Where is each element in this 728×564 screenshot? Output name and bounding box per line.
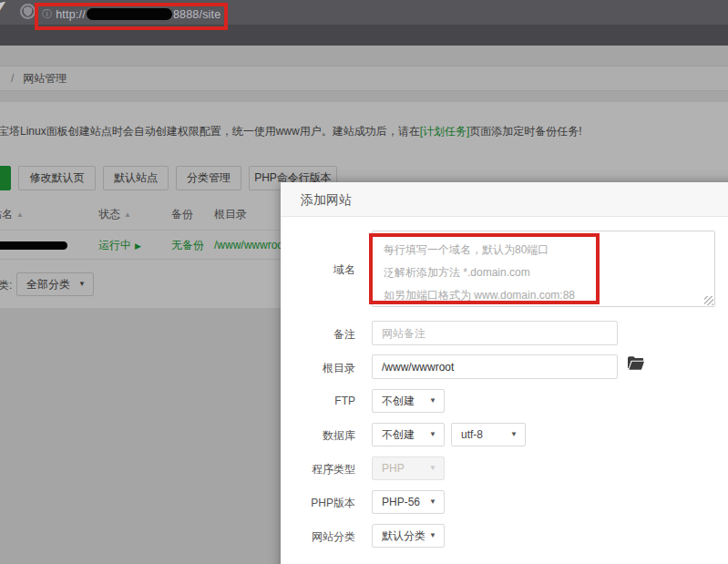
root-path-input[interactable] xyxy=(372,354,618,379)
note-label: 备注 xyxy=(281,327,355,343)
chevron-down-icon: ▼ xyxy=(429,525,436,547)
domain-label: 域名 xyxy=(281,262,355,278)
site-category-select[interactable]: 默认分类 ▼ xyxy=(372,524,445,548)
chevron-down-icon: ▼ xyxy=(429,457,436,479)
program-type-select: PHP ▼ xyxy=(372,456,445,480)
address-bar[interactable]: ⓘ http:// 8888/site xyxy=(42,7,220,21)
database-label: 数据库 xyxy=(281,428,355,444)
folder-icon xyxy=(628,356,644,370)
ftp-value: 不创建 xyxy=(382,395,415,407)
ftp-select[interactable]: 不创建 ▼ xyxy=(372,389,445,413)
modal-title: 添加网站 xyxy=(281,182,728,217)
charset-value: utf-8 xyxy=(461,428,483,441)
domain-textarea[interactable] xyxy=(372,231,715,307)
chevron-down-icon: ▼ xyxy=(429,491,436,513)
url-suffix: 8888/site xyxy=(173,8,221,21)
site-category-label: 网站分类 xyxy=(281,529,355,545)
url-prefix: http:// xyxy=(56,8,86,21)
php-version-value: PHP-56 xyxy=(382,496,420,508)
chevron-down-icon: ▼ xyxy=(429,390,436,412)
add-website-modal: 添加网站 域名 备注 根目录 FTP 不创建 ▼ 数据库 不创建 ▼ utf-8… xyxy=(281,182,728,564)
program-type-value: PHP xyxy=(382,462,405,475)
info-icon: ⓘ xyxy=(42,7,52,21)
database-value: 不创建 xyxy=(382,428,415,441)
php-version-select[interactable]: PHP-56 ▼ xyxy=(372,490,445,514)
php-version-label: PHP版本 xyxy=(281,496,355,511)
note-input[interactable] xyxy=(372,321,618,345)
database-select[interactable]: 不创建 ▼ xyxy=(372,423,445,446)
ftp-label: FTP xyxy=(281,395,355,407)
browse-folder-button[interactable] xyxy=(627,356,645,373)
shield-icon[interactable] xyxy=(20,4,36,19)
program-type-label: 程序类型 xyxy=(281,462,355,477)
url-redaction xyxy=(87,8,172,20)
site-category-value: 默认分类 xyxy=(382,529,426,542)
root-label: 根目录 xyxy=(281,361,355,376)
charset-select[interactable]: utf-8 ▼ xyxy=(451,423,526,446)
chevron-down-icon: ▼ xyxy=(429,424,436,446)
browser-chrome: ◤ ⓘ http:// 8888/site xyxy=(0,0,728,46)
chevron-down-icon: ▼ xyxy=(510,424,518,446)
browser-toolbar xyxy=(0,25,728,46)
